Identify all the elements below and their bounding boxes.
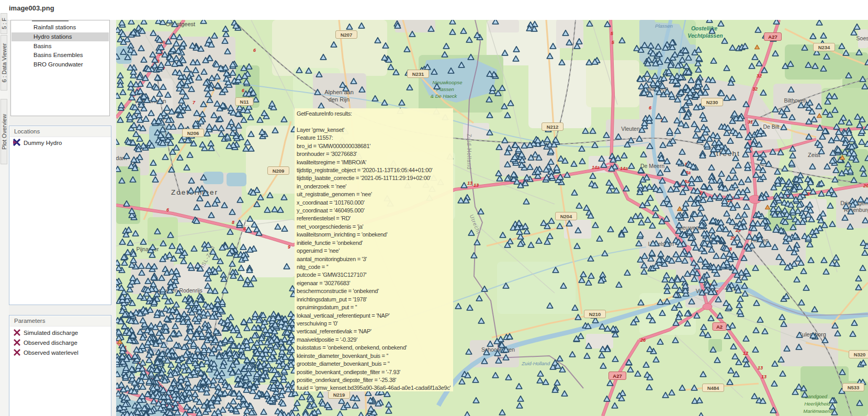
svg-text:13: 13: [474, 183, 479, 188]
svg-text:Bilthoven: Bilthoven: [784, 97, 806, 104]
svg-text:N209: N209: [273, 168, 285, 174]
svg-text:14a: 14a: [620, 166, 628, 171]
svg-text:N230: N230: [706, 99, 718, 105]
svg-text:Vechtplassen: Vechtplassen: [687, 32, 723, 39]
svg-text:N212: N212: [547, 124, 559, 130]
svg-text:N484: N484: [707, 385, 719, 391]
svg-text:12: 12: [743, 351, 748, 356]
svg-text:Heerlijkheid: Heerlijkheid: [804, 401, 830, 407]
svg-text:8: 8: [243, 226, 246, 231]
svg-text:N231: N231: [412, 71, 424, 77]
svg-text:9: 9: [288, 244, 290, 250]
svg-text:& De Haeck: & De Haeck: [431, 93, 458, 99]
svg-text:N234: N234: [818, 44, 830, 50]
svg-text:26: 26: [640, 338, 646, 343]
svg-text:A2: A2: [716, 324, 723, 330]
svg-text:Alphen aan: Alphen aan: [324, 89, 354, 95]
svg-text:A27: A27: [613, 373, 622, 379]
svg-text:Zuid-Holland: Zuid-Holland: [466, 134, 472, 170]
svg-text:Soest: Soest: [856, 35, 868, 41]
svg-text:14a: 14a: [592, 165, 600, 170]
svg-text:32: 32: [752, 86, 758, 92]
svg-text:31: 31: [748, 119, 753, 125]
svg-text:den Rijn: den Rijn: [329, 96, 350, 103]
svg-text:13: 13: [761, 374, 766, 379]
svg-text:A27: A27: [768, 34, 777, 40]
svg-text:Zeist: Zeist: [808, 152, 820, 158]
svg-text:N207: N207: [341, 32, 353, 38]
svg-text:13: 13: [758, 365, 763, 370]
svg-text:N533: N533: [848, 385, 860, 390]
svg-text:De Meern: De Meern: [640, 163, 664, 169]
svg-text:32: 32: [757, 73, 762, 78]
svg-text:N210: N210: [589, 311, 601, 317]
svg-text:N320: N320: [854, 352, 866, 357]
svg-text:13: 13: [467, 181, 472, 186]
svg-text:N204: N204: [560, 213, 572, 219]
svg-text:De Bilt: De Bilt: [763, 123, 780, 130]
svg-text:Zuid-Holland: Zuid-Holland: [521, 361, 550, 366]
svg-text:8: 8: [232, 220, 234, 225]
svg-text:N219: N219: [333, 392, 345, 398]
svg-text:Plassen: Plassen: [655, 23, 673, 29]
svg-text:N206: N206: [187, 130, 199, 136]
svg-text:Landgoed: Landgoed: [805, 393, 828, 399]
svg-text:20: 20: [863, 183, 868, 188]
svg-text:N11: N11: [240, 99, 250, 105]
svg-text:Vleuten: Vleuten: [621, 126, 640, 132]
